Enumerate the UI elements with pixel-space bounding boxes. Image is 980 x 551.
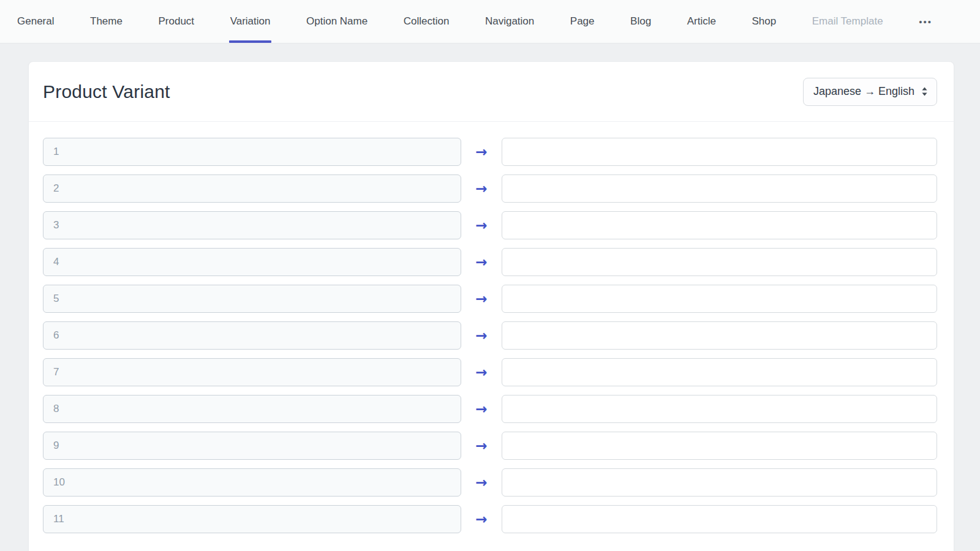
tab-collection[interactable]: Collection [404,0,450,43]
language-direction-select[interactable]: Japanese → English [803,78,937,106]
arrow-right-icon: → [475,145,487,159]
panel-header: Product Variant Japanese → English [29,62,954,122]
translation-row: → [43,358,937,386]
translation-row: → [43,285,937,313]
arrow-right-icon: → [475,365,487,380]
tab-label: Shop [752,15,776,28]
tab-variation[interactable]: Variation [230,0,271,43]
source-input [43,321,461,350]
arrow-right-icon: → [475,182,487,196]
source-input [43,395,461,423]
source-input [43,285,461,313]
source-input [43,432,461,460]
tab-label: Email Template [812,15,883,28]
tab-option-name[interactable]: Option Name [306,0,368,43]
target-input[interactable] [502,432,937,460]
source-input [43,505,461,533]
arrow-right-icon: → [475,476,487,490]
tab-label: Navigation [485,15,534,28]
tab-label: Collection [404,15,450,28]
arrow-right-icon: → [475,329,487,343]
translation-row: → [43,211,937,239]
arrow-right-icon: → [475,255,487,269]
page-body: Product Variant Japanese → English → → [0,61,980,551]
tab-navigation[interactable]: Navigation [485,0,534,43]
language-direction-value: Japanese → English [813,85,914,98]
translation-row: → [43,321,937,350]
target-input[interactable] [502,321,937,350]
tab-product[interactable]: Product [159,0,195,43]
target-input[interactable] [502,174,937,203]
tab-label: Article [687,15,716,28]
tab-page[interactable]: Page [570,0,595,43]
arrow-right-icon: → [475,402,487,416]
target-input[interactable] [502,358,937,386]
tab-general[interactable]: General [17,0,54,43]
translation-row: → [43,432,937,460]
tab-label: General [17,15,54,28]
translation-row: → [43,174,937,203]
arrow-right-icon: → [475,439,487,453]
source-input [43,211,461,239]
translation-row: → [43,468,937,497]
translation-row: → [43,248,937,276]
arrow-right-icon: → [475,512,487,527]
tab-label: Blog [630,15,651,28]
translation-row: → [43,395,937,423]
target-input[interactable] [502,468,937,497]
arrow-right-icon: → [475,219,487,233]
tab-blog[interactable]: Blog [630,0,651,43]
tab-label: Page [570,15,595,28]
top-nav: General Theme Product Variation Option N… [0,0,980,43]
tab-shop[interactable]: Shop [752,0,776,43]
target-input[interactable] [502,138,937,166]
target-input[interactable] [502,395,937,423]
tab-label: Variation [230,15,271,28]
tab-label: Theme [90,15,123,28]
target-input[interactable] [502,248,937,276]
translation-row: → [43,138,937,166]
product-variant-panel: Product Variant Japanese → English → → [28,61,954,551]
target-input[interactable] [502,505,937,533]
nav-overflow-button[interactable]: ••• [919,0,932,43]
tab-label: Option Name [306,15,368,28]
tab-article[interactable]: Article [687,0,716,43]
target-input[interactable] [502,211,937,239]
translation-row: → [43,505,937,533]
source-input [43,248,461,276]
page-title: Product Variant [43,81,170,102]
source-input [43,468,461,497]
source-input [43,174,461,203]
source-input [43,358,461,386]
chevron-up-down-icon [921,86,929,97]
tab-theme[interactable]: Theme [90,0,123,43]
source-input [43,138,461,166]
target-input[interactable] [502,285,937,313]
tab-email-template[interactable]: Email Template [812,0,883,43]
arrow-right-icon: → [475,292,487,306]
translation-rows: → → → → → → → → → [29,122,954,551]
ellipsis-icon: ••• [919,17,932,27]
tab-label: Product [159,15,195,28]
